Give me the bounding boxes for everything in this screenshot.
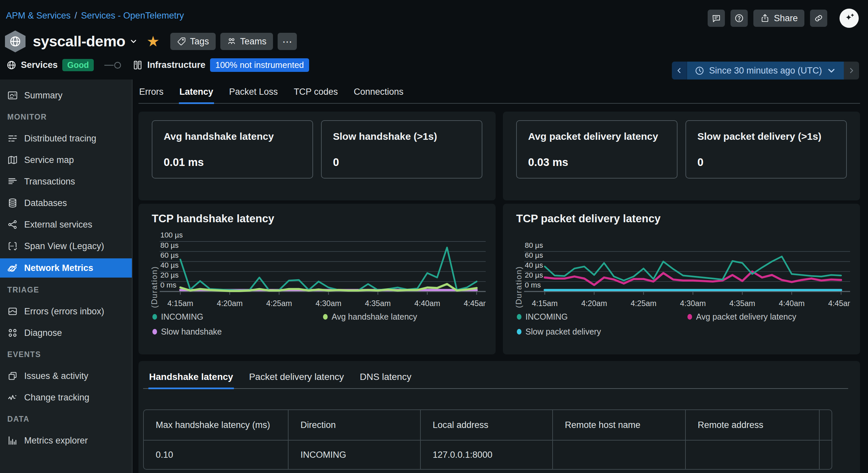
svg-text:4:25am: 4:25am (630, 299, 656, 308)
sidebar-item-issues-activity[interactable]: Issues & activity (0, 367, 132, 385)
svg-text:40 µs: 40 µs (525, 261, 543, 269)
infrastructure-badge[interactable]: 100% not instrumented (210, 58, 309, 72)
legend-label: Avg packet delivery latency (696, 312, 796, 322)
time-range-back-button[interactable] (672, 62, 687, 80)
legend-label: Slow packet delivery (525, 327, 601, 337)
sidebar-item-service-map[interactable]: Service map (0, 151, 132, 169)
stat-panel: Avg packet delivery latency0.03 msSlow p… (503, 112, 860, 200)
legend-item-incoming[interactable]: INCOMING (152, 312, 323, 322)
tab-errors[interactable]: Errors (138, 84, 164, 104)
tag-icon (177, 37, 186, 46)
network-metrics-icon (7, 262, 18, 274)
table-row[interactable]: 0.10INCOMING127.0.0.1:8000 (144, 440, 832, 469)
sidebar-nav: SummaryMONITORDistributed tracingService… (0, 80, 132, 473)
sidebar-item-network-metrics[interactable]: Network Metrics (0, 258, 132, 278)
stat-panel: Avg handshake latency0.01 msSlow handsha… (138, 112, 496, 200)
breadcrumb-separator: / (74, 10, 77, 21)
favorite-star-icon[interactable]: ★ (147, 34, 159, 49)
breadcrumb-link-apm-services[interactable]: APM & Services (6, 10, 70, 21)
legend-dot (517, 329, 522, 335)
sidebar-item-errors-errors-inbox[interactable]: Errors (errors inbox) (0, 302, 132, 321)
services-status-badge[interactable]: Good (62, 59, 94, 71)
chevron-down-icon (826, 66, 837, 76)
tab-packet-loss[interactable]: Packet Loss (228, 84, 279, 104)
main-tab-bar: ErrorsLatencyPacket LossTCP codesConnect… (138, 84, 860, 104)
legend-item-incoming[interactable]: INCOMING (517, 312, 687, 322)
help-button[interactable] (731, 10, 748, 27)
column-header-remote-address: Remote address (686, 410, 819, 440)
sparkle-icon (843, 12, 855, 24)
chart-title: TCP packet delivery latency (516, 212, 850, 225)
legend-dot (517, 314, 522, 320)
legend-item-avg-handshake-latency[interactable]: Avg handshake latency (323, 312, 486, 322)
stat-card-avg-packet-delivery-latency: Avg packet delivery latency0.03 ms (516, 120, 678, 179)
stat-card-title: Avg handshake latency (164, 130, 301, 143)
legend-item-avg-packet-delivery-latency[interactable]: Avg packet delivery latency (687, 312, 850, 322)
teams-button[interactable]: Teams (220, 33, 273, 50)
svg-text:4:40am: 4:40am (414, 299, 440, 308)
sidebar-item-databases[interactable]: Databases (0, 194, 132, 212)
sidebar-item-label: Change tracking (24, 392, 89, 403)
service-hexagon-icon (5, 30, 26, 52)
connector-icon (103, 60, 124, 70)
sidebar-item-label: Span View (Legacy) (24, 241, 104, 251)
table-cell (553, 440, 686, 469)
sidebar-item-label: Issues & activity (24, 371, 89, 381)
sidebar-item-label: Diagnose (24, 328, 62, 338)
svg-text:20 µs: 20 µs (160, 271, 179, 279)
sub-tab-handshake-latency[interactable]: Handshake latency (148, 368, 234, 389)
tab-latency[interactable]: Latency (179, 84, 214, 104)
svg-text:100 µs: 100 µs (160, 231, 183, 239)
tab-tcp-codes[interactable]: TCP codes (293, 84, 339, 104)
svg-text:4:45am: 4:45am (828, 299, 850, 308)
svg-text:60 µs: 60 µs (160, 251, 179, 259)
sidebar-item-label: Metrics explorer (24, 436, 88, 446)
sidebar-item-diagnose[interactable]: Diagnose (0, 324, 132, 342)
latency-detail-panel: Handshake latencyPacket delivery latency… (138, 361, 860, 473)
sub-tab-dns-latency[interactable]: DNS latency (359, 368, 412, 389)
ai-assistant-button[interactable] (839, 9, 859, 28)
legend-item-slow-packet-delivery[interactable]: Slow packet delivery (517, 327, 687, 337)
sidebar-item-summary[interactable]: Summary (0, 86, 132, 105)
sidebar-item-transactions[interactable]: Transactions (0, 172, 132, 191)
issues-activity-icon (7, 370, 18, 382)
sidebar-item-metrics-explorer[interactable]: Metrics explorer (0, 431, 132, 450)
svg-text:4:30am: 4:30am (316, 299, 342, 308)
sub-tab-packet-delivery-latency[interactable]: Packet delivery latency (248, 368, 345, 389)
page-header: APM & Services / Services - OpenTelemetr… (0, 0, 868, 80)
share-button[interactable]: Share (753, 10, 804, 27)
sidebar-item-change-tracking[interactable]: Change tracking (0, 388, 132, 407)
stat-card-slow-handshake-1s: Slow handshake (>1s)0 (321, 120, 483, 179)
copy-link-button[interactable] (810, 10, 827, 27)
diagnose-icon (7, 327, 18, 339)
time-range-forward-button[interactable] (844, 62, 859, 80)
sidebar-item-label: Errors (errors inbox) (24, 306, 104, 317)
svg-text:4:20am: 4:20am (217, 299, 243, 308)
feedback-button[interactable] (708, 10, 725, 27)
sidebar-item-distributed-tracing[interactable]: Distributed tracing (0, 129, 132, 148)
help-question-icon (734, 13, 744, 23)
stat-card-title: Slow packet delivery (>1s) (698, 130, 835, 143)
link-icon (814, 13, 824, 23)
charts-row: TCP handshake latency(Duration)0 ms20 µs… (138, 204, 860, 354)
legend-label: Slow handshake (161, 327, 222, 337)
services-globe-icon (6, 60, 17, 70)
tags-button[interactable]: Tags (170, 33, 216, 50)
entity-status-bar: Services Good Infrastructure 100% not in… (6, 58, 309, 72)
sidebar-item-label: Databases (24, 198, 67, 208)
teams-people-icon (227, 37, 236, 46)
breadcrumb: APM & Services / Services - OpenTelemetr… (6, 10, 184, 21)
breadcrumb-link-services-opentelemetry[interactable]: Services - OpenTelemetry (81, 10, 184, 21)
svg-text:4:20am: 4:20am (581, 299, 607, 308)
sidebar-item-span-view-legacy[interactable]: Span View (Legacy) (0, 237, 132, 255)
legend-item-slow-handshake[interactable]: Slow handshake (152, 327, 323, 337)
stat-card-value: 0 (698, 156, 835, 168)
tab-connections[interactable]: Connections (353, 84, 404, 104)
svg-text:40 µs: 40 µs (160, 261, 179, 269)
more-options-button[interactable]: ⋯ (278, 33, 297, 50)
title-chevron-down-icon[interactable] (129, 37, 138, 46)
sidebar-item-external-services[interactable]: External services (0, 215, 132, 234)
svg-text:4:35am: 4:35am (730, 299, 755, 308)
service-map-icon (7, 154, 18, 166)
time-range-dropdown[interactable]: Since 30 minutes ago (UTC) (687, 62, 844, 80)
